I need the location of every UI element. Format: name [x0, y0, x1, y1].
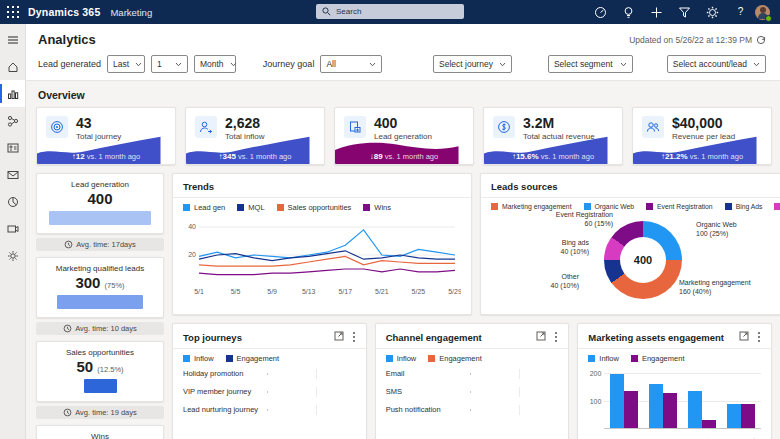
range-count-dropdown[interactable]: 1: [151, 55, 188, 73]
more-options-icon[interactable]: [757, 331, 761, 343]
svg-text:5/17: 5/17: [338, 288, 352, 295]
donut-ring: 400: [604, 221, 682, 299]
expand-icon[interactable]: [334, 331, 344, 343]
range-period-dropdown[interactable]: Month: [194, 55, 236, 73]
legend-swatch: [584, 203, 591, 210]
legend: InflowEngagement: [386, 354, 559, 363]
home-icon: [7, 61, 19, 73]
sidebar-item-settings[interactable]: [0, 242, 25, 269]
legend-swatch: [631, 355, 638, 362]
legend-swatch: [588, 355, 595, 362]
journey-icon: [7, 115, 19, 127]
bar-area: [267, 391, 356, 393]
legend-label: Wins: [374, 203, 391, 212]
engagement-bar: [702, 420, 716, 428]
analytics-icon: [7, 88, 19, 100]
kpi-value: 400: [374, 116, 432, 131]
help-icon[interactable]: ?: [734, 6, 747, 19]
legend-label: Engagement: [439, 354, 482, 363]
bar-row-push-notification: Push notification: [386, 405, 559, 414]
select-journey-dropdown[interactable]: Select journey: [433, 55, 512, 73]
refresh-icon[interactable]: [756, 35, 766, 45]
legend-item-inflow: Inflow: [588, 354, 619, 363]
donut-callout-marketing-engagement: Marketing engagement160 (40%): [679, 278, 751, 296]
bar-area: [267, 409, 356, 411]
sidebar-item-analytics[interactable]: [0, 80, 25, 107]
sidebar-item-insights[interactable]: [0, 188, 25, 215]
journey-goal-dropdown[interactable]: All: [320, 55, 382, 73]
dollar-icon: [493, 116, 515, 138]
trends-card: Trends Lead genMQLSales opportunitiesWin…: [172, 173, 472, 315]
bar-row-label: Lead nurturing journey: [183, 405, 267, 414]
kpi-card-total-journey: 43 Total journey ↑12 vs. 1 month ago: [36, 107, 176, 165]
bar-group-event: [688, 391, 716, 428]
svg-text:5/9: 5/9: [267, 288, 277, 295]
bar-row-label: SMS: [386, 387, 470, 396]
lightbulb-icon[interactable]: [622, 6, 635, 19]
insights-icon: [7, 196, 19, 208]
app-launcher-icon[interactable]: [6, 5, 20, 19]
plus-icon[interactable]: [650, 6, 663, 19]
legend-swatch: [277, 204, 284, 211]
journey-goal-label: Journey goal: [263, 59, 315, 69]
bar-row-email: Email: [386, 369, 559, 378]
funnel-stage-value: 400: [45, 190, 155, 207]
funnel-stage-label: Wins: [45, 432, 155, 439]
search-placeholder: Search: [336, 7, 361, 16]
sidebar-item-home[interactable]: [0, 53, 25, 80]
legend-swatch: [237, 204, 244, 211]
sidebar-item-contact-card[interactable]: [0, 134, 25, 161]
bar-area: [470, 391, 559, 393]
sidebar-item-journey[interactable]: [0, 107, 25, 134]
expand-icon[interactable]: [536, 331, 546, 343]
sidebar-item-video[interactable]: [0, 215, 25, 242]
bar-group-web-page: [649, 384, 677, 428]
select-account-lead-dropdown[interactable]: Select account/lead: [667, 55, 766, 73]
page-header: Analytics Updated on 5/26/22 at 12:39 PM: [26, 24, 780, 51]
leads-sources-donut-chart: 400Organic Web100 (25%)Marketing engagem…: [491, 212, 780, 308]
clock-icon: [63, 324, 72, 333]
legend-item-engagement: Engagement: [226, 354, 280, 363]
expand-icon[interactable]: [739, 331, 749, 343]
kpi-value: 2,628: [225, 116, 265, 131]
kpi-label: Total inflow: [225, 132, 265, 141]
legend-swatch: [646, 203, 653, 210]
sidebar-item-email[interactable]: [0, 161, 25, 188]
card-title: Channel engagement: [386, 332, 482, 343]
video-icon: [7, 223, 19, 235]
user-avatar[interactable]: [755, 5, 770, 20]
avg-time-pill: Avg. time: 10 days: [36, 322, 164, 335]
more-options-icon[interactable]: [352, 331, 356, 343]
legend-swatch: [363, 204, 370, 211]
page-title: Analytics: [38, 32, 96, 47]
gear-icon[interactable]: [706, 6, 719, 19]
bar-row-label: Push notification: [386, 405, 470, 414]
bar-row-label: VIP member journey: [183, 387, 267, 396]
card-title: Top journeys: [183, 332, 242, 343]
chevron-down-icon: [620, 62, 627, 67]
legend-label: Sales opportunities: [288, 203, 352, 212]
range-unit-dropdown[interactable]: Last: [107, 55, 145, 73]
marketing-assets-card: Marketing assets engagement InflowEngage…: [577, 323, 772, 439]
funnel-stage-value: 300 (75%): [45, 274, 155, 291]
sidebar-item-menu[interactable]: [0, 26, 25, 53]
inflow-bar: [610, 374, 624, 428]
legend-label: Organic Web: [595, 203, 635, 210]
filter-icon[interactable]: [678, 6, 691, 19]
select-account-lead-value: Select account/lead: [673, 59, 747, 69]
y-tick-label: 100: [590, 397, 602, 404]
search-input[interactable]: Search: [316, 4, 464, 19]
kpi-label: Lead generation: [374, 132, 432, 141]
gauge-icon[interactable]: [594, 6, 607, 19]
funnel-stage-label: Marketing qualified leads: [45, 264, 155, 273]
select-segment-dropdown[interactable]: Select segment: [548, 55, 633, 73]
email-icon: [7, 169, 19, 181]
kpi-value: 43: [76, 116, 121, 131]
bar-group-teams-call: [727, 404, 755, 428]
leads-sources-card: Leads sources Marketing engagementOrgani…: [480, 173, 780, 315]
settings-icon: [7, 250, 19, 262]
kpi-delta: ↑15.6% vs. 1 month ago: [484, 152, 622, 161]
more-options-icon[interactable]: [554, 331, 558, 343]
legend-label: Lead gen: [194, 203, 225, 212]
kpi-card-lead-generation: 400 Lead generation ↓89 vs. 1 month ago: [334, 107, 474, 165]
